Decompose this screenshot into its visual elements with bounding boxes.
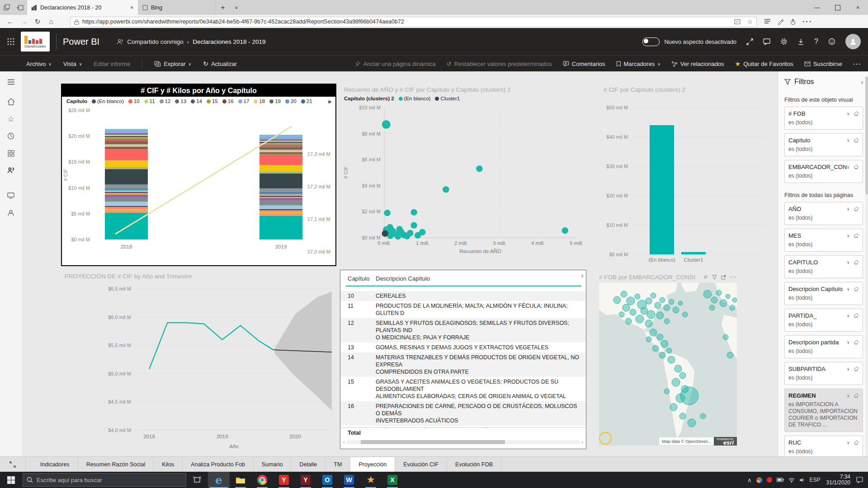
- menu-vista[interactable]: Vista∨: [63, 61, 82, 67]
- filter-funnel-icon[interactable]: [712, 275, 717, 280]
- filter-eraser-icon[interactable]: [854, 440, 859, 445]
- nav-hamburger-icon[interactable]: [0, 73, 22, 90]
- legend-item[interactable]: (En blanco): [399, 96, 431, 101]
- filter-card-embarcador-consign[interactable]: EMBARCADOR_CONSIGN∨es (todos): [784, 160, 863, 183]
- legend-item[interactable]: 12: [160, 99, 171, 104]
- legend-item[interactable]: 13: [175, 99, 186, 104]
- filter-card-a-o[interactable]: AÑO∨es (todos): [784, 202, 863, 225]
- breadcrumb-root[interactable]: Compartido conmigo: [127, 38, 184, 45]
- cluster-bar-plot[interactable]: $50 mil M$40 mil M$30 mil M$20 mil M$10 …: [599, 95, 770, 263]
- filter-eraser-icon[interactable]: [854, 164, 859, 169]
- taskbar-app-word[interactable]: W: [338, 472, 360, 488]
- legend-overflow-icon[interactable]: ▶: [328, 99, 332, 104]
- filter-expand-chevron-icon[interactable]: ∨: [847, 206, 850, 211]
- filter-expand-chevron-icon[interactable]: ∨: [847, 313, 850, 318]
- add-favorite-star-icon[interactable]: ☆: [744, 18, 756, 25]
- comments-icon[interactable]: [763, 38, 770, 45]
- sidebar-item-favorites[interactable]: ☆: [0, 110, 22, 127]
- feedback-smiley-icon[interactable]: [828, 38, 835, 45]
- taskbar-app-chrome[interactable]: [251, 472, 273, 488]
- page-tab-proyecci-n[interactable]: Proyección: [350, 457, 395, 472]
- table-row[interactable]: 17AZÚCARES Y ARTÍCULOS DE CONFITERÍA: [340, 426, 586, 427]
- share-icon[interactable]: [790, 19, 796, 25]
- tray-antivirus-icon[interactable]: [767, 477, 772, 483]
- page-tab-tm[interactable]: TM: [326, 457, 350, 472]
- taskbar-app-star[interactable]: ★: [360, 472, 382, 488]
- page-tab-resumen-raz-n-social[interactable]: Resumen Razón Social: [78, 457, 154, 472]
- filter-card-mes[interactable]: MES∨es (todos): [784, 229, 863, 252]
- filter-eraser-icon[interactable]: [854, 340, 859, 345]
- focus-mode-icon[interactable]: [721, 275, 726, 280]
- url-field[interactable]: https://app.powerbi.com/sharedwithme/rep…: [70, 17, 757, 27]
- table-row[interactable]: 14MATERIAS TRENZABLES Y DEMÁS PRODUCTOS …: [340, 352, 586, 377]
- sidebar-item-shared-with-me[interactable]: [0, 162, 22, 179]
- table-row[interactable]: 13GOMAS, RESINAS Y DEMAS JUGOS Y EXTRACT…: [340, 343, 586, 352]
- filter-eraser-icon[interactable]: [854, 111, 859, 116]
- filter-eraser-icon[interactable]: [854, 393, 859, 398]
- legend-item[interactable]: 18: [254, 99, 265, 104]
- tray-app-wheel-icon[interactable]: [756, 477, 762, 483]
- legend-item[interactable]: 16: [222, 99, 234, 104]
- legend-item[interactable]: 11: [144, 99, 155, 104]
- taskbar-app-outlook[interactable]: O: [316, 472, 338, 488]
- favorites-hub-icon[interactable]: [764, 19, 771, 24]
- table-row[interactable]: 11PRODUCTOS DE LA MOLINERÍA; MALTA; ALMI…: [340, 301, 586, 318]
- menu-more-icon[interactable]: ···: [853, 61, 862, 67]
- sidebar-item-workspaces[interactable]: [0, 187, 22, 204]
- tray-volume-icon[interactable]: [799, 478, 805, 483]
- filter-card-ruc[interactable]: RUC∨es (todos): [784, 436, 863, 459]
- legend-item[interactable]: 20: [285, 99, 297, 104]
- new-look-toggle[interactable]: [642, 38, 660, 46]
- taskbar-app-maroon[interactable]: Y: [295, 472, 316, 488]
- page-tab-sumario[interactable]: Sumario: [254, 457, 292, 472]
- taskbar-search-input[interactable]: Escribe aquí para buscar: [23, 473, 186, 487]
- table-hscrollbar[interactable]: ‹ ›: [343, 439, 583, 445]
- table-col-capitulo[interactable]: Capítulo: [340, 274, 374, 284]
- table-row[interactable]: 16PREPARACIONES DE CARNE, PESCADO O DE C…: [340, 401, 586, 426]
- filter-expand-chevron-icon[interactable]: ∨: [847, 138, 850, 143]
- filter-eraser-icon[interactable]: [854, 138, 859, 143]
- map-plot[interactable]: [599, 283, 737, 446]
- filter-expand-chevron-icon[interactable]: ∨: [847, 164, 850, 169]
- home-icon[interactable]: ⌂: [44, 15, 58, 28]
- window-maximize-button[interactable]: [827, 0, 848, 15]
- reading-view-icon[interactable]: [731, 19, 744, 24]
- taskbar-app-red[interactable]: Y: [273, 472, 295, 488]
- settings-gear-icon[interactable]: [780, 38, 788, 45]
- table-body[interactable]: 10CEREALES11PRODUCTOS DE LA MOLINERÍA; M…: [340, 291, 586, 427]
- visual-more-options-icon[interactable]: ···: [730, 274, 737, 280]
- help-icon[interactable]: ?: [814, 38, 818, 46]
- table-row[interactable]: 10CEREALES: [340, 291, 586, 301]
- sidebar-item-my-workspace[interactable]: [0, 204, 22, 221]
- page-tab-detalle[interactable]: Detalle: [291, 457, 326, 472]
- filter-expand-chevron-icon[interactable]: ∨: [847, 260, 850, 265]
- legend-item[interactable]: 19: [269, 99, 281, 104]
- visual-fob-map[interactable]: # FOB por EMBARCADOR_CONSI ··· Map data …: [599, 271, 737, 448]
- legend-item[interactable]: Cluster1: [435, 96, 460, 101]
- page-tab-evoluci-n-fob[interactable]: Evolución FOB: [447, 457, 501, 472]
- task-view-button[interactable]: [186, 472, 208, 488]
- stacked-bar-plot[interactable]: $25 mil M$20 mil M$15 mil M$10 mil M$5 m…: [62, 104, 334, 259]
- filter-expand-chevron-icon[interactable]: ∨: [847, 286, 850, 291]
- visual-cif-kilos-stacked[interactable]: # CIF y # Kilos por Año y Capítulo Capít…: [61, 84, 336, 266]
- window-close-button[interactable]: ×: [848, 0, 868, 15]
- browser-tab-bing[interactable]: Bing: [138, 0, 215, 15]
- action-center-icon[interactable]: [856, 477, 863, 483]
- collapse-filters-icon[interactable]: ›: [861, 79, 863, 85]
- page-tab-indicadores[interactable]: Indicadores: [32, 457, 78, 472]
- download-icon[interactable]: [797, 38, 804, 45]
- table-col-descripcion[interactable]: Descripcion Capítulo: [374, 274, 586, 284]
- filter-expand-chevron-icon[interactable]: ∨: [847, 366, 850, 371]
- datosecuador-logo[interactable]: DatosEcuador: [21, 32, 50, 52]
- refresh-icon[interactable]: ↻: [31, 15, 44, 28]
- start-button[interactable]: [0, 472, 22, 488]
- legend-item[interactable]: (En blanco): [92, 99, 124, 104]
- browser-more-icon[interactable]: ···: [802, 18, 812, 26]
- filter-card-descripcion-cap-tulo[interactable]: Descripcion Capítulo∨es (todos): [784, 282, 863, 305]
- visual-cif-cluster-bar[interactable]: # CIF por Capítulo (clusters) 2 $50 mil …: [599, 84, 771, 264]
- menu-suscribirse[interactable]: Suscribirse: [804, 61, 842, 67]
- tab-close-icon[interactable]: ×: [130, 5, 133, 11]
- breadcrumb-page[interactable]: Declaraciones 2018 - 2019: [193, 38, 265, 45]
- window-minimize-button[interactable]: —: [807, 0, 827, 15]
- legend-item[interactable]: 10: [128, 99, 140, 104]
